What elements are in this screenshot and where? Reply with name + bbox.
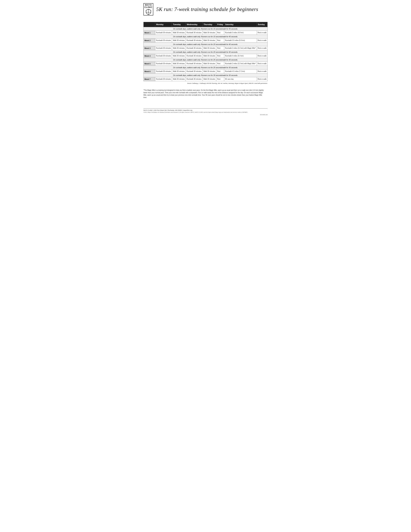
col-header-monday: Monday — [155, 22, 172, 27]
footer-copyright: ©2011 Mayo Foundation for Medical Educat… — [143, 112, 268, 113]
shield-icon — [146, 9, 151, 15]
source-citation: Source: Galloway, J. Galloway's 5K/10K R… — [143, 83, 268, 84]
week3-friday: Rest — [216, 46, 224, 50]
week3-saturday: Run/walk 2 miles (3.2 km) with Magic Mil… — [224, 46, 257, 50]
col-header-wednesday: Wednesday — [186, 22, 202, 27]
col-header-saturday: Saturday — [224, 22, 257, 27]
table-row: Week 7Run/walk 30 minutesWalk 30 minutes… — [144, 77, 268, 81]
week3-sunday: Rest or walk — [257, 46, 267, 50]
col-header-friday: Friday — [216, 22, 224, 27]
table-row: Week 5Run/walk 30 minutesWalk 30 minutes… — [144, 62, 268, 66]
week6-tuesday: Walk 30 minutes — [172, 69, 186, 73]
week1-saturday: Run/walk 3 miles (4.8 km) — [224, 31, 257, 35]
week1-thursday: Walk 30 minutes — [202, 31, 216, 35]
schedule-table: Monday Tuesday Wednesday Thursday Friday… — [143, 22, 268, 81]
week2-thursday: Walk 30 minutes — [202, 38, 216, 42]
week-label-1: Week 1 — [144, 31, 155, 35]
week-label-5: Week 5 — [144, 62, 155, 66]
week4-monday: Run/walk 30 minutes — [155, 54, 172, 58]
table-row: Week 3Run/walk 30 minutesWalk 30 minutes… — [144, 46, 268, 50]
note-cell: On run/walk days, walkers walk only. Run… — [144, 27, 268, 31]
mayo-logo: MAYO CLINIC — [143, 3, 153, 16]
week6-saturday: Run/walk 4.5 miles (7.2 km) — [224, 69, 257, 73]
week6-sunday: Rest or walk — [257, 69, 267, 73]
week-label-2: Week 2 — [144, 38, 155, 42]
week5-tuesday: Walk 30 minutes — [172, 62, 186, 66]
week7-sunday: Rest or walk — [257, 77, 267, 81]
table-row: Week 6Run/walk 30 minutesWalk 30 minutes… — [144, 69, 268, 73]
note-cell: On run/walk days, walkers walk only. Run… — [144, 58, 268, 62]
col-header-tuesday: Tuesday — [172, 22, 186, 27]
week5-wednesday: Run/walk 30 minutes — [186, 62, 202, 66]
note-row: On run/walk days, walkers walk only. Run… — [144, 35, 268, 38]
note-cell: On run/walk days, walkers walk only. Run… — [144, 73, 268, 77]
week3-thursday: Walk 30 minutes — [202, 46, 216, 50]
week2-sunday: Rest or walk — [257, 38, 267, 42]
page-title: 5K run: 7-week training schedule for beg… — [156, 6, 258, 12]
week2-wednesday: Run/walk 30 minutes — [186, 38, 202, 42]
week1-wednesday: Run/walk 30 minutes — [186, 31, 202, 35]
col-header-sunday: Sunday — [257, 22, 267, 27]
week4-friday: Rest — [216, 54, 224, 58]
week5-monday: Run/walk 30 minutes — [155, 62, 172, 66]
table-row: Week 1Run/walk 30 minutesWalk 30 minutes… — [144, 31, 268, 35]
note-row: On run/walk days, walkers walk only. Run… — [144, 42, 268, 46]
week1-monday: Run/walk 30 minutes — [155, 31, 172, 35]
week3-tuesday: Walk 30 minutes — [172, 46, 186, 50]
week4-sunday: Rest or walk — [257, 54, 267, 58]
week7-friday: Rest — [216, 77, 224, 81]
week4-thursday: Walk 30 minutes — [202, 54, 216, 58]
note-row: On run/walk days, walkers walk only. Run… — [144, 27, 268, 31]
footer-doc-id: MC0498-105 — [143, 114, 268, 115]
table-header-row: Monday Tuesday Wednesday Thursday Friday… — [144, 22, 268, 27]
week7-wednesday: Run/walk 30 minutes — [186, 77, 202, 81]
week4-tuesday: Walk 30 minutes — [172, 54, 186, 58]
logo-line2: CLINIC — [144, 6, 152, 8]
week5-saturday: Run/walk 2 miles (3.2 km) with Magic Mil… — [224, 62, 257, 66]
week4-wednesday: Run/walk 30 minutes — [186, 54, 202, 58]
week6-friday: Rest — [216, 69, 224, 73]
week2-monday: Run/walk 30 minutes — [155, 38, 172, 42]
note-row: On run/walk days, walkers walk only. Run… — [144, 73, 268, 77]
week5-friday: Rest — [216, 62, 224, 66]
week6-wednesday: Run/walk 30 minutes — [186, 69, 202, 73]
week-label-4: Week 4 — [144, 54, 155, 58]
week2-friday: Rest — [216, 38, 224, 42]
week-label-6: Week 6 — [144, 69, 155, 73]
week7-thursday: Walk 30 minutes — [202, 77, 216, 81]
note-cell: On run/walk days, walkers walk only. Run… — [144, 35, 268, 38]
week-label-7: Week 7 — [144, 77, 155, 81]
week-label-3: Week 3 — [144, 46, 155, 50]
footer-address: MAYO CLINIC | 200 First Street SW | Roch… — [143, 109, 268, 111]
note-row: On run/walk days, walkers walk only. Run… — [144, 58, 268, 62]
week1-sunday: Rest or walk — [257, 31, 267, 35]
week7-tuesday: Walk 30 minutes — [172, 77, 186, 81]
note-row: On run/walk days, walkers walk only. Run… — [144, 66, 268, 69]
note-cell: On run/walk days, walkers walk only. Run… — [144, 66, 268, 69]
logo-line1: MAYO — [145, 4, 152, 6]
week2-saturday: Run/walk 3.5 miles (5.6 km) — [224, 38, 257, 42]
week5-thursday: Walk 30 minutes — [202, 62, 216, 66]
week7-saturday: 5K race day — [224, 77, 257, 81]
note-cell: On run/walk days, walkers walk only. Run… — [144, 50, 268, 54]
week1-friday: Rest — [216, 31, 224, 35]
week3-monday: Run/walk 30 minutes — [155, 46, 172, 50]
week1-tuesday: Walk 30 minutes — [172, 31, 186, 35]
week6-thursday: Walk 30 minutes — [202, 69, 216, 73]
table-row: Week 2Run/walk 30 minutesWalk 30 minutes… — [144, 38, 268, 42]
magic-mile-footnote: *The Magic Mile is a training tool desig… — [143, 89, 266, 99]
note-cell: On run/walk days, walkers walk only. Run… — [144, 42, 268, 46]
page-header: MAYO CLINIC 5K run: 7-week training sche… — [143, 3, 268, 16]
col-header-thursday: Thursday — [202, 22, 216, 27]
week7-monday: Run/walk 30 minutes — [155, 77, 172, 81]
table-row: Week 4Run/walk 30 minutesWalk 30 minutes… — [144, 54, 268, 58]
col-header-empty — [144, 22, 155, 27]
week2-tuesday: Walk 30 minutes — [172, 38, 186, 42]
week5-sunday: Rest or walk — [257, 62, 267, 66]
week4-saturday: Run/walk 4 miles (6.4 km) — [224, 54, 257, 58]
week3-wednesday: Run/walk 30 minutes — [186, 46, 202, 50]
note-row: On run/walk days, walkers walk only. Run… — [144, 50, 268, 54]
week6-monday: Run/walk 30 minutes — [155, 69, 172, 73]
